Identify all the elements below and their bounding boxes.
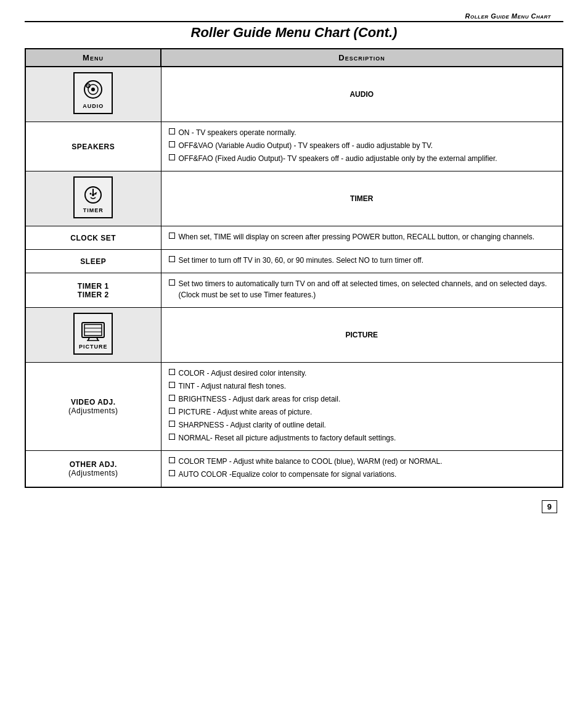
table-row: VIDEO ADJ. (Adjustments) COLOR - Adjust … — [25, 363, 563, 451]
desc-cell-audio: AUDIO — [161, 67, 563, 122]
desc-cell-picture-heading: PICTURE — [161, 308, 563, 363]
other-adj-sub: (Adjustments) — [33, 469, 153, 477]
checkbox-icon — [169, 279, 175, 286]
menu-cell-video-adj: VIDEO ADJ. (Adjustments) — [25, 363, 161, 451]
video-adj-label: VIDEO ADJ. — [33, 398, 153, 406]
desc-cell-timer-heading: TIMER — [161, 171, 563, 226]
menu-cell-timers: TIMER 1 TIMER 2 — [25, 273, 161, 308]
page-title: Roller Guide Menu Chart (Cont.) — [25, 25, 563, 41]
checkbox-icon — [169, 395, 175, 401]
list-item: COLOR TEMP - Adjust white balance to COO… — [169, 456, 555, 467]
desc-cell-sleep: Set timer to turn off TV in 30, 60, or 9… — [161, 250, 563, 273]
desc-cell-speakers: ON - TV speakers operate normally. OFF&V… — [161, 122, 563, 171]
checkbox-icon — [169, 128, 175, 134]
table-row: AUDIO AUDIO — [25, 67, 563, 122]
timer1-label: TIMER 1 — [33, 282, 153, 291]
list-item: Set timer to turn off TV in 30, 60, or 9… — [169, 255, 555, 266]
picture-icon — [78, 318, 108, 342]
list-item: When set, TIME will display on screen af… — [169, 231, 555, 242]
table-row: CLOCK SET When set, TIME will display on… — [25, 226, 563, 250]
table-row: TIMER TIMER — [25, 171, 563, 226]
menu-cell-audio-icon: AUDIO — [25, 67, 161, 122]
svg-point-10 — [90, 193, 92, 195]
checkbox-icon — [169, 154, 175, 160]
video-adj-sub: (Adjustments) — [33, 406, 153, 415]
desc-cell-timers: Set two timers to automatically turn TV … — [161, 273, 563, 308]
list-item: TINT - Adjust natural flesh tones. — [169, 381, 555, 392]
col-header-menu: Menu — [25, 49, 161, 67]
list-item: OFF&FAO (Fixed Audio Output)- TV speaker… — [169, 153, 555, 164]
list-item: COLOR - Adjust desired color intensity. — [169, 368, 555, 379]
header-divider — [25, 21, 563, 22]
menu-cell-timer-icon: TIMER — [25, 171, 161, 226]
svg-point-9 — [92, 194, 94, 196]
table-row: TIMER 1 TIMER 2 Set two timers to automa… — [25, 273, 563, 308]
menu-cell-other-adj: OTHER ADJ. (Adjustments) — [25, 451, 161, 488]
list-item: Set two timers to automatically turn TV … — [169, 278, 555, 300]
page-number: 9 — [542, 500, 557, 513]
desc-cell-video-adj: COLOR - Adjust desired color intensity. … — [161, 363, 563, 451]
svg-point-11 — [95, 193, 97, 195]
table-row: SLEEP Set timer to turn off TV in 30, 60… — [25, 250, 563, 273]
checkbox-icon — [169, 470, 175, 476]
table-row: SPEAKERS ON - TV speakers operate normal… — [25, 122, 563, 171]
desc-cell-clock-set: When set, TIME will display on screen af… — [161, 226, 563, 250]
checkbox-icon — [169, 382, 175, 388]
list-item: NORMAL- Reset all picture adjustments to… — [169, 432, 555, 444]
list-item: BRIGHTNESS - Adjust dark areas for crisp… — [169, 394, 555, 405]
checkbox-icon — [169, 369, 175, 375]
picture-icon-box: PICTURE — [73, 313, 113, 355]
table-row: PICTURE PICTURE — [25, 308, 563, 363]
timer-icon-box: TIMER — [73, 176, 113, 218]
svg-point-4 — [88, 85, 89, 87]
checkbox-icon — [169, 457, 175, 463]
list-item: OFF&VAO (Variable Audio Output) - TV spe… — [169, 140, 555, 151]
list-item: AUTO COLOR -Equalize color to compensate… — [169, 469, 555, 480]
header-top-label: Roller Guide Menu Chart — [465, 12, 551, 20]
list-item: PICTURE - Adjust white areas of picture. — [169, 406, 555, 418]
menu-cell-sleep: SLEEP — [25, 250, 161, 273]
menu-cell-clock-set: CLOCK SET — [25, 226, 161, 250]
audio-icon — [78, 77, 108, 102]
audio-icon-label: AUDIO — [78, 103, 108, 109]
list-item: ON - TV speakers operate normally. — [169, 127, 555, 138]
timer-icon — [78, 181, 108, 206]
picture-icon-label: PICTURE — [78, 344, 108, 350]
other-adj-label: OTHER ADJ. — [33, 460, 153, 469]
timer-icon-label: TIMER — [78, 207, 108, 213]
checkbox-icon — [169, 256, 175, 262]
desc-cell-other-adj: COLOR TEMP - Adjust white balance to COO… — [161, 451, 563, 488]
audio-icon-box: AUDIO — [73, 72, 113, 114]
page-number-container: 9 — [25, 500, 563, 513]
menu-cell-picture-icon: PICTURE — [25, 308, 161, 363]
menu-cell-speakers: SPEAKERS — [25, 122, 161, 171]
timer2-label: TIMER 2 — [33, 291, 153, 299]
page-header-right: Roller Guide Menu Chart — [25, 12, 563, 20]
checkbox-icon — [169, 233, 175, 239]
checkbox-icon — [169, 434, 175, 440]
checkbox-icon — [169, 421, 175, 427]
checkbox-icon — [169, 141, 175, 147]
checkbox-icon — [169, 408, 175, 414]
menu-chart-table: Menu Description AUDIO AUDIO — [25, 48, 563, 488]
svg-rect-13 — [84, 324, 102, 336]
table-row: OTHER ADJ. (Adjustments) COLOR TEMP - Ad… — [25, 451, 563, 488]
col-header-desc: Description — [161, 49, 563, 67]
svg-point-2 — [91, 88, 95, 91]
list-item: SHARPNESS - Adjust clarity of outline de… — [169, 419, 555, 431]
